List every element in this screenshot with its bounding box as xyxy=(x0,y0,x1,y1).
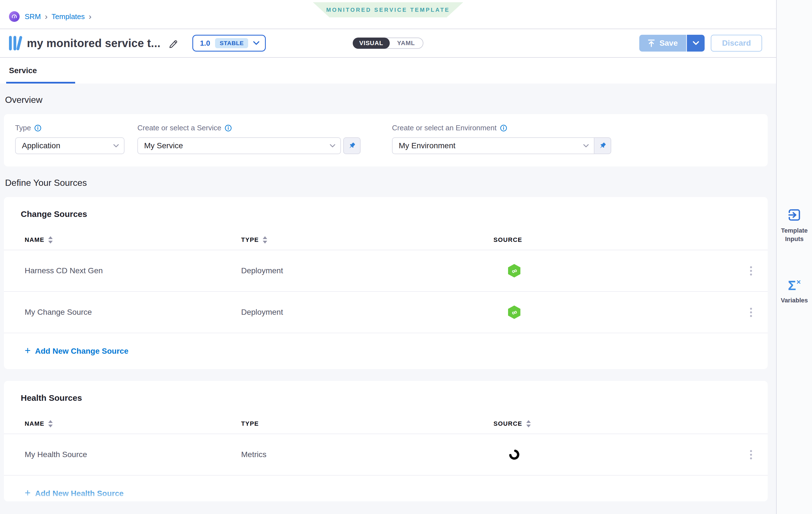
toggle-visual[interactable]: VISUAL xyxy=(353,37,390,49)
pin-icon xyxy=(348,142,356,150)
version-stable-tag: STABLE xyxy=(215,38,248,48)
row-menu-button[interactable] xyxy=(746,447,756,463)
chevron-down-icon xyxy=(330,144,335,147)
srm-logo-icon xyxy=(9,11,20,22)
environment-label: Create or select an Environment xyxy=(392,124,497,132)
change-sources-title: Change Sources xyxy=(21,209,768,219)
health-sources-card: Health Sources NAME TYPE SOURCE xyxy=(4,381,768,502)
plus-icon: + xyxy=(25,488,31,498)
toggle-yaml[interactable]: YAML xyxy=(389,38,423,48)
service-label: Create or select a Service xyxy=(137,124,221,132)
add-health-source-link[interactable]: + Add New Health Source xyxy=(25,489,124,498)
overview-card: Type Application Create or select xyxy=(4,114,768,167)
info-icon[interactable] xyxy=(500,124,507,132)
column-type: TYPE xyxy=(241,420,493,427)
tab-row: Service xyxy=(0,58,776,84)
environment-select[interactable]: My Environment xyxy=(392,137,594,154)
template-library-icon xyxy=(9,36,21,51)
info-icon[interactable] xyxy=(34,124,41,132)
sort-icon xyxy=(48,236,53,244)
harness-cd-icon: ∞ xyxy=(508,305,520,319)
page-title: my monitored service t... xyxy=(27,37,161,50)
change-source-row[interactable]: Harness CD Next Gen Deployment ∞ xyxy=(4,250,768,292)
change-sources-card: Change Sources NAME TYPE SOURCE xyxy=(4,197,768,369)
sort-icon xyxy=(263,236,267,244)
overview-heading: Overview xyxy=(5,95,776,105)
save-label: Save xyxy=(660,39,678,48)
chevron-right-icon: › xyxy=(89,12,91,21)
variables-label: Variables xyxy=(778,296,811,305)
template-inputs-button[interactable]: Template Inputs xyxy=(778,207,811,243)
breadcrumb-srm-link[interactable]: SRM xyxy=(25,12,41,21)
version-selector[interactable]: 1.0 STABLE xyxy=(192,35,266,52)
column-name[interactable]: NAME xyxy=(25,236,241,244)
tab-service[interactable]: Service xyxy=(6,66,75,84)
version-number: 1.0 xyxy=(200,39,210,48)
health-sources-title: Health Sources xyxy=(21,393,768,403)
type-select[interactable]: Application xyxy=(15,137,124,154)
right-rail: Template Inputs Σ× Variables xyxy=(776,0,812,514)
variables-button[interactable]: Σ× Variables xyxy=(778,279,811,305)
template-editor-page: SRM › Templates › MONITORED SERVICE TEMP… xyxy=(0,0,812,514)
pin-environment-button[interactable] xyxy=(594,137,611,154)
template-inputs-icon xyxy=(787,207,802,222)
edit-title-button[interactable] xyxy=(168,38,178,48)
upload-icon xyxy=(648,39,655,47)
row-name: Harness CD Next Gen xyxy=(25,266,241,275)
row-type: Metrics xyxy=(241,450,493,459)
pin-service-button[interactable] xyxy=(343,137,360,154)
sort-icon xyxy=(526,420,531,427)
change-source-row[interactable]: My Change Source Deployment ∞ xyxy=(4,292,768,333)
pencil-icon xyxy=(168,38,178,48)
environment-value: My Environment xyxy=(399,141,455,150)
breadcrumb-templates-link[interactable]: Templates xyxy=(52,12,85,21)
health-sources-header-row: NAME TYPE SOURCE xyxy=(4,414,768,434)
service-value: My Service xyxy=(144,141,183,150)
discard-button[interactable]: Discard xyxy=(711,35,762,52)
variables-icon: Σ× xyxy=(788,279,801,292)
header-actions: Save Discard xyxy=(639,35,762,52)
save-options-button[interactable] xyxy=(686,35,705,52)
pin-icon xyxy=(598,142,607,150)
badge-label: MONITORED SERVICE TEMPLATE xyxy=(326,7,450,13)
row-name: My Change Source xyxy=(25,308,241,317)
define-sources-heading: Define Your Sources xyxy=(5,178,776,188)
add-change-source-link[interactable]: + Add New Change Source xyxy=(25,347,128,356)
column-source[interactable]: SOURCE xyxy=(493,420,730,427)
breadcrumb: SRM › Templates › xyxy=(9,11,91,22)
service-field: Create or select a Service My Service xyxy=(137,124,360,154)
appdynamics-icon xyxy=(508,448,520,461)
row-menu-button[interactable] xyxy=(746,304,756,320)
chevron-down-icon xyxy=(583,144,589,147)
title-bar: my monitored service t... 1.0 STABLE VIS… xyxy=(0,29,776,58)
column-type[interactable]: TYPE xyxy=(241,236,493,244)
change-sources-header-row: NAME TYPE SOURCE xyxy=(4,230,768,250)
environment-field: Create or select an Environment My Envir… xyxy=(392,124,611,154)
save-split-button: Save xyxy=(639,35,705,52)
type-field: Type Application xyxy=(15,124,124,154)
chevron-right-icon: › xyxy=(45,12,48,21)
column-name[interactable]: NAME xyxy=(25,420,241,427)
service-select[interactable]: My Service xyxy=(137,137,341,154)
sort-icon xyxy=(48,420,53,427)
visual-yaml-toggle: VISUAL YAML xyxy=(353,37,424,49)
breadcrumb-bar: SRM › Templates › MONITORED SERVICE TEMP… xyxy=(0,0,776,29)
info-icon[interactable] xyxy=(225,124,232,132)
type-label: Type xyxy=(15,124,31,132)
row-name: My Health Source xyxy=(25,450,241,459)
chevron-down-icon xyxy=(693,41,699,46)
row-type: Deployment xyxy=(241,308,493,317)
chevron-down-icon xyxy=(253,41,259,45)
health-source-row[interactable]: My Health Source Metrics xyxy=(4,434,768,476)
template-inputs-label: Template Inputs xyxy=(778,226,811,243)
chevron-down-icon xyxy=(113,144,119,147)
type-value: Application xyxy=(22,141,60,150)
content-area: Overview Type Application xyxy=(0,95,776,502)
row-menu-button[interactable] xyxy=(746,263,756,279)
row-type: Deployment xyxy=(241,266,493,275)
plus-icon: + xyxy=(25,345,31,356)
column-source: SOURCE xyxy=(493,236,730,244)
save-button[interactable]: Save xyxy=(639,35,686,52)
monitored-service-template-badge: MONITORED SERVICE TEMPLATE xyxy=(313,2,463,18)
main-area: SRM › Templates › MONITORED SERVICE TEMP… xyxy=(0,0,776,514)
